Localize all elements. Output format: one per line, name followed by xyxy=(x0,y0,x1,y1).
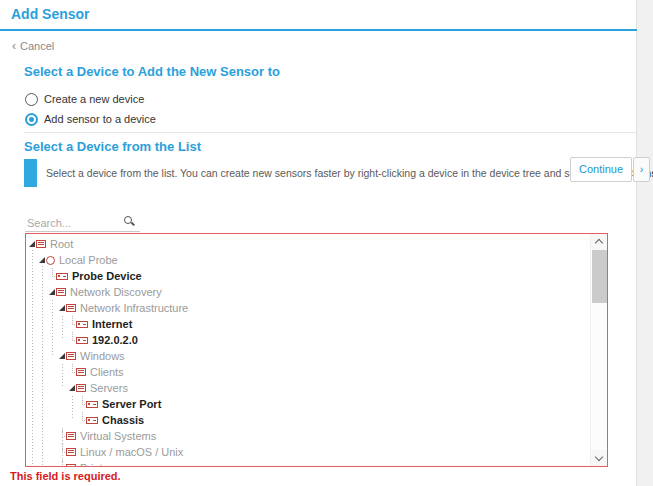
tree-expander[interactable] xyxy=(68,380,76,396)
group-icon xyxy=(66,304,76,312)
tree-connector xyxy=(68,364,76,380)
tree-item-label: Servers xyxy=(90,382,128,394)
search-icon[interactable] xyxy=(124,216,132,224)
tree-expander[interactable] xyxy=(58,348,66,364)
tree-item[interactable]: 192.0.2.0 xyxy=(26,332,590,348)
chevron-up-icon xyxy=(595,239,603,247)
cancel-label: Cancel xyxy=(20,40,54,52)
device-target-radio-group: Create a new deviceAdd sensor to a devic… xyxy=(25,90,156,130)
tree-item-label: Server Port xyxy=(102,398,161,410)
scroll-down-button[interactable] xyxy=(591,450,608,466)
tree-connector xyxy=(68,316,76,332)
info-text-pre: Select a device from the list. You can c… xyxy=(46,167,609,179)
tree-item-label: Linux / macOS / Unix xyxy=(80,446,183,458)
section-heading-device-list: Select a Device from the List xyxy=(24,139,201,154)
tree-item-label: Windows xyxy=(80,350,125,362)
tree-item-label: Clients xyxy=(90,366,124,378)
scroll-up-button[interactable] xyxy=(591,234,608,250)
group-icon xyxy=(36,240,46,248)
tree-connector xyxy=(78,412,86,428)
title-divider xyxy=(0,29,637,31)
group-icon xyxy=(66,464,76,467)
probe-icon xyxy=(46,256,55,265)
group-icon xyxy=(66,352,76,360)
tree-expander[interactable] xyxy=(58,300,66,316)
tree-item[interactable]: Network Discovery xyxy=(26,284,590,300)
tree-item-label: 192.0.2.0 xyxy=(92,334,138,346)
device-icon xyxy=(86,401,98,408)
tree-connector xyxy=(58,428,66,444)
tree-connector xyxy=(68,332,76,348)
device-tree: RootLocal ProbeProbe DeviceNetwork Disco… xyxy=(25,233,608,467)
required-field-error: This field is required. xyxy=(10,470,121,482)
chevron-right-icon: › xyxy=(640,163,644,175)
tree-connector xyxy=(58,460,66,467)
tree-item[interactable]: Virtual Systems xyxy=(26,428,590,444)
expanded-triangle-icon xyxy=(59,305,65,311)
expanded-triangle-icon xyxy=(39,257,45,263)
tree-connector xyxy=(58,444,66,460)
tree-item[interactable]: Internet xyxy=(26,316,590,332)
expanded-triangle-icon xyxy=(49,289,55,295)
tree-item-label: Internet xyxy=(92,318,132,330)
tree-item[interactable]: Network Infrastructure xyxy=(26,300,590,316)
tree-connector xyxy=(78,396,86,412)
tree-item[interactable]: Local Probe xyxy=(26,252,590,268)
tree-expander[interactable] xyxy=(48,284,56,300)
tree-item[interactable]: Printers xyxy=(26,460,590,467)
chevron-down-icon xyxy=(595,453,603,461)
radio-label: Create a new device xyxy=(44,93,144,105)
group-icon xyxy=(66,432,76,440)
add-sensor-page: Add Sensor ‹Cancel Select a Device to Ad… xyxy=(0,0,653,486)
tree-item-label: Probe Device xyxy=(72,270,142,282)
cancel-link[interactable]: ‹Cancel xyxy=(12,39,54,53)
section-heading-device-target: Select a Device to Add the New Sensor to xyxy=(24,64,280,79)
radio-label: Add sensor to a device xyxy=(44,113,156,125)
tree-expander[interactable] xyxy=(28,236,36,252)
device-icon xyxy=(76,337,88,344)
expanded-triangle-icon xyxy=(29,241,35,247)
search-input[interactable] xyxy=(25,214,121,232)
tree-connector xyxy=(48,268,56,284)
device-icon xyxy=(56,273,68,280)
radio-option[interactable]: Create a new device xyxy=(25,90,156,108)
tree-item[interactable]: Windows xyxy=(26,348,590,364)
expanded-triangle-icon xyxy=(59,353,65,359)
tree-item-label: Network Infrastructure xyxy=(80,302,188,314)
tree-item[interactable]: Root xyxy=(26,236,590,252)
next-chevron-button[interactable]: › xyxy=(633,157,650,182)
radio-option[interactable]: Add sensor to a device xyxy=(25,110,156,128)
tree-item-label: Printers xyxy=(80,462,118,467)
group-icon xyxy=(56,288,66,296)
tree-item[interactable]: Linux / macOS / Unix xyxy=(26,444,590,460)
radio-button[interactable] xyxy=(25,113,38,126)
device-icon xyxy=(86,417,98,424)
tree-item-label: Local Probe xyxy=(59,254,118,266)
scrollbar-thumb[interactable] xyxy=(592,250,607,303)
group-icon xyxy=(66,448,76,456)
device-icon xyxy=(76,321,88,328)
expanded-triangle-icon xyxy=(69,385,75,391)
tree-item[interactable]: Servers xyxy=(26,380,590,396)
tree-item-label: Virtual Systems xyxy=(80,430,156,442)
tree-item-label: Network Discovery xyxy=(70,286,162,298)
tree-item[interactable]: Clients xyxy=(26,364,590,380)
info-accent-bar xyxy=(24,159,37,187)
tree-item[interactable]: Chassis xyxy=(26,412,590,428)
tree-item[interactable]: Probe Device xyxy=(26,268,590,284)
page-title: Add Sensor xyxy=(11,6,90,22)
tree-item-label: Root xyxy=(50,238,73,250)
radio-button[interactable] xyxy=(25,93,38,106)
tree-item[interactable]: Server Port xyxy=(26,396,590,412)
continue-button[interactable]: Continue xyxy=(570,157,632,182)
group-icon xyxy=(76,368,86,376)
section-divider xyxy=(24,132,637,133)
device-search xyxy=(25,213,140,232)
group-icon xyxy=(76,384,86,392)
page-right-gutter xyxy=(636,0,653,486)
tree-expander[interactable] xyxy=(38,252,46,268)
tree-scrollbar[interactable] xyxy=(590,234,607,466)
tree-item-label: Chassis xyxy=(102,414,144,426)
info-text: Select a device from the list. You can c… xyxy=(46,159,653,187)
tree-item-list: RootLocal ProbeProbe DeviceNetwork Disco… xyxy=(26,236,590,467)
